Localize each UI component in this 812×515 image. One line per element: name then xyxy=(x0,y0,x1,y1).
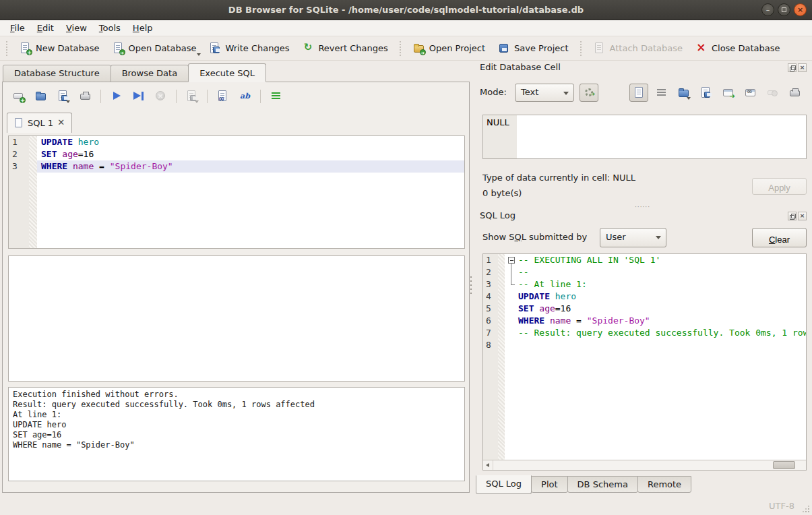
minimize-button[interactable]: – xyxy=(761,3,774,16)
auto-apply-button[interactable] xyxy=(580,84,598,102)
new-database-button[interactable]: New Database xyxy=(13,39,106,57)
fold-marker[interactable] xyxy=(507,266,518,278)
print-cell-button[interactable] xyxy=(785,84,804,102)
find-replace-button[interactable] xyxy=(237,88,253,104)
copy-link-button[interactable] xyxy=(741,84,759,102)
sql-toolbar xyxy=(7,86,284,107)
fold-marker[interactable] xyxy=(507,278,518,291)
tab-browse-data[interactable]: Browse Data xyxy=(111,65,189,82)
toolbar-separator xyxy=(400,41,401,56)
open-database-icon xyxy=(112,42,125,55)
splitter-handle[interactable] xyxy=(8,382,465,386)
left-panel: Database Structure Browse Data Execute S… xyxy=(0,61,473,495)
execute-current-line-button[interactable] xyxy=(131,88,147,104)
close-dock-icon[interactable] xyxy=(798,63,807,72)
float-dock-icon[interactable] xyxy=(788,212,797,220)
code-line: 2SET age=16 xyxy=(9,148,464,160)
code-line: 8 xyxy=(483,339,806,351)
maximize-button[interactable] xyxy=(778,3,790,16)
tab-plot[interactable]: Plot xyxy=(531,476,568,493)
open-sql-file-button[interactable] xyxy=(33,88,49,104)
sql-log-content: 1-- EXECUTING ALL IN 'SQL 1'2--3-- At li… xyxy=(483,254,806,460)
tab-database-structure[interactable]: Database Structure xyxy=(3,65,111,82)
stop-execution-button[interactable] xyxy=(153,88,169,104)
clear-log-button[interactable]: Clear xyxy=(752,228,807,247)
splitter-handle[interactable] xyxy=(473,201,812,206)
cell-value-editor[interactable]: NULL xyxy=(482,115,807,159)
float-dock-icon[interactable] xyxy=(788,63,797,72)
cell-size-info: 0 byte(s) xyxy=(482,188,522,198)
code-line: 6WHERE name = "Spider-Boy" xyxy=(483,315,806,327)
sql1-tab-close-icon[interactable]: ✕ xyxy=(57,119,65,127)
submitted-by-select[interactable]: User xyxy=(600,228,666,247)
fold-margin xyxy=(40,160,41,173)
window-title: DB Browser for SQLite - /home/user/code/… xyxy=(228,5,584,15)
save-sql-file-button[interactable] xyxy=(55,88,71,104)
format-sql-button[interactable] xyxy=(268,88,284,104)
import-cell-data-button[interactable] xyxy=(674,84,693,102)
find-button[interactable] xyxy=(215,88,231,104)
menu-help[interactable]: Help xyxy=(127,20,159,36)
toolbar-separator xyxy=(207,90,208,103)
attach-database-button[interactable]: Attach Database xyxy=(587,39,689,57)
code-line: 3WHERE name = "Spider-Boy" xyxy=(9,160,464,173)
save-results-button[interactable] xyxy=(184,88,200,104)
menu-view[interactable]: View xyxy=(60,20,93,36)
tab-remote[interactable]: Remote xyxy=(637,476,691,493)
open-project-icon xyxy=(412,42,425,55)
close-database-icon xyxy=(695,42,708,55)
export-cell-data-button[interactable] xyxy=(696,84,715,102)
print-sql-button[interactable] xyxy=(77,88,94,104)
write-changes-button[interactable]: Write Changes xyxy=(202,39,295,57)
statusbar: UTF-8 xyxy=(0,495,812,515)
sql1-tab[interactable]: SQL 1 ✕ xyxy=(7,113,72,133)
menu-file[interactable]: File xyxy=(4,20,31,36)
scrollbar-thumb[interactable] xyxy=(773,461,795,469)
open-database-button[interactable]: Open Database xyxy=(106,39,203,57)
titlebar: DB Browser for SQLite - /home/user/code/… xyxy=(0,0,812,20)
right-panel: Edit Database Cell Mode: Text NULL Type … xyxy=(473,61,812,495)
window-controls: – × xyxy=(761,3,807,16)
cell-value: NULL xyxy=(487,117,509,127)
close-dock-icon[interactable] xyxy=(798,212,807,220)
apply-button[interactable]: Apply xyxy=(752,178,807,195)
toolbar-separator xyxy=(176,90,177,103)
sql-log-filter-row: Show SQL submitted by User Clear xyxy=(473,228,812,248)
tab-sql-log[interactable]: SQL Log xyxy=(476,475,532,494)
execute-sql-panel: SQL 1 ✕ 1UPDATE hero2SET age=163WHERE na… xyxy=(2,82,470,493)
fold-margin xyxy=(507,315,518,327)
edit-cell-dock-controls xyxy=(788,63,807,72)
splitter-handle[interactable] xyxy=(8,250,465,254)
save-project-button[interactable]: Save Project xyxy=(491,39,575,57)
execute-all-button[interactable] xyxy=(108,88,125,104)
tab-db-schema[interactable]: DB Schema xyxy=(567,476,638,493)
code-line: 4UPDATE hero xyxy=(483,291,806,303)
fold-margin xyxy=(507,303,518,315)
filter-label: Show SQL submitted by xyxy=(482,232,587,242)
close-button[interactable]: × xyxy=(794,3,807,16)
chevron-down-icon xyxy=(563,92,569,95)
new-sql-tab-button[interactable] xyxy=(11,88,27,104)
fold-marker[interactable] xyxy=(507,254,518,266)
word-wrap-button[interactable] xyxy=(652,84,670,102)
sql1-tab-label: SQL 1 xyxy=(28,118,53,128)
tab-execute-sql[interactable]: Execute SQL xyxy=(188,63,266,82)
scroll-left-arrow-icon[interactable] xyxy=(483,460,493,470)
encoding-indicator[interactable]: UTF-8 xyxy=(769,501,794,511)
mode-select[interactable]: Text xyxy=(515,84,574,102)
menu-tools[interactable]: Tools xyxy=(93,20,127,36)
menu-edit[interactable]: Edit xyxy=(31,20,60,36)
open-in-external-button[interactable] xyxy=(718,84,737,102)
dock-tab-bar: SQL Log Plot DB Schema Remote xyxy=(476,476,691,496)
resize-grip[interactable] xyxy=(803,506,809,512)
open-project-button[interactable]: Open Project xyxy=(406,39,491,57)
close-database-button[interactable]: Close Database xyxy=(689,39,786,57)
write-changes-icon xyxy=(208,42,221,55)
text-mode-button[interactable] xyxy=(629,84,648,102)
set-null-button[interactable] xyxy=(763,84,782,102)
horizontal-scrollbar[interactable] xyxy=(483,460,806,470)
sql-editor[interactable]: 1UPDATE hero2SET age=163WHERE name = "Sp… xyxy=(8,135,465,249)
revert-changes-button[interactable]: Revert Changes xyxy=(295,39,394,57)
open-database-dropdown-arrow[interactable] xyxy=(197,53,201,56)
code-line: 7-- Result: query executed successfully.… xyxy=(483,327,806,339)
